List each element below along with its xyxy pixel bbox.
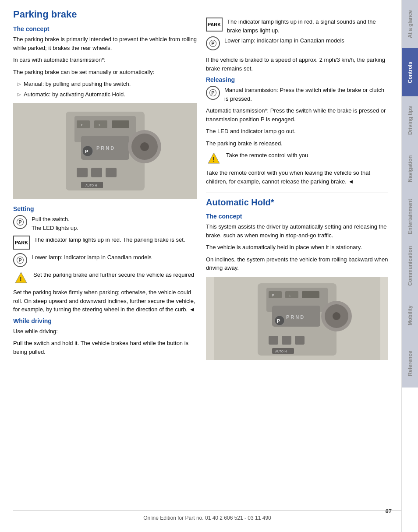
setting-row1: P Pull the switch. The LED lights up.	[13, 215, 197, 232]
auto-hold-car-image: P 1 P R N D AUTO H P	[206, 277, 388, 360]
svg-rect-14	[91, 168, 102, 177]
setting-text2: The LED lights up.	[32, 225, 78, 231]
warning-icon-releasing: !	[206, 151, 222, 165]
auto-hold-text2: The vehicle is automatically held in pla…	[206, 243, 388, 252]
right-park-icon: PARK	[206, 18, 223, 32]
svg-text:AUTO H: AUTO H	[275, 350, 287, 353]
setting-text3: The indicator lamp lights up in red. The…	[34, 236, 185, 244]
concept-text2: In cars with automatic transmission*:	[13, 56, 197, 64]
concept-heading: The concept	[13, 25, 197, 32]
svg-rect-13	[77, 168, 88, 177]
page-footer: Online Edition for Part no. 01 40 2 606 …	[13, 510, 401, 523]
bullet-manual: Manual: by pulling and pushing the switc…	[18, 80, 197, 88]
right-park-row: PARK The indicator lamp lights up in red…	[206, 18, 388, 35]
svg-text:P R N D: P R N D	[96, 145, 114, 151]
concept-text1: The parking brake is primarily intended …	[13, 35, 197, 52]
sidebar-tab-navigation[interactable]: Navigation	[402, 144, 418, 193]
svg-point-36	[333, 312, 340, 320]
setting-warning-row: ! Set the parking brake and further secu…	[13, 271, 197, 285]
releasing-text1: Manual transmission: Press the switch wh…	[224, 86, 388, 103]
releasing-text3: The LED and indicator lamp go out.	[206, 127, 388, 136]
while-driving-text1: Use while driving:	[13, 327, 197, 336]
svg-text:P: P	[277, 318, 280, 324]
right-lower-lamp-row: P Lower lamp: indicator lamp in Canadian…	[206, 36, 388, 50]
releasing-circle-p-icon: P	[206, 86, 220, 100]
setting-texts: Pull the switch. The LED lights up.	[32, 215, 78, 232]
svg-text:P R N D: P R N D	[286, 314, 304, 320]
releasing-heading: Releasing	[206, 76, 388, 83]
right-indicator-text1: The indicator lamp lights up in red, a s…	[227, 18, 388, 35]
svg-rect-27	[269, 291, 282, 298]
setting-park-row: PARK The indicator lamp lights up in red…	[13, 236, 197, 250]
svg-rect-28	[285, 291, 298, 298]
setting-long-text: Set the parking brake firmly when parkin…	[13, 288, 197, 314]
svg-rect-5	[112, 120, 129, 128]
bullet-automatic: Automatic: by activating Automatic Hold.	[18, 90, 197, 99]
svg-text:!: !	[20, 275, 22, 282]
section-divider	[206, 193, 388, 193]
svg-rect-39	[295, 336, 305, 345]
svg-rect-38	[282, 336, 291, 345]
setting-heading: Setting	[13, 205, 197, 212]
sidebar-tab-controls[interactable]: Controls	[402, 48, 418, 96]
setting-warning-text: Set the parking brake and further secure…	[33, 271, 194, 279]
setting-text1: Pull the switch.	[32, 216, 70, 222]
park-icon: PARK	[13, 236, 30, 250]
releasing-warning2: Take the remote control with you when le…	[206, 169, 388, 186]
sidebar-tab-communication[interactable]: Communication	[402, 241, 418, 291]
svg-rect-15	[106, 168, 117, 177]
releasing-manual-row: P Manual transmission: Press the switch …	[206, 86, 388, 103]
right-circle-p-icon: P	[206, 36, 220, 50]
sidebar-tab-reference[interactable]: Reference	[402, 339, 418, 388]
sidebar: At a glance Controls Driving tips Naviga…	[401, 0, 418, 532]
svg-rect-37	[269, 336, 278, 345]
svg-text:AUTO H: AUTO H	[85, 184, 97, 187]
releasing-warning-row: ! Take the remote control with you	[206, 151, 388, 165]
releasing-text4: The parking brake is released.	[206, 139, 388, 148]
svg-text:P: P	[85, 149, 88, 154]
concept-bullet-list: Manual: by pulling and pushing the switc…	[18, 80, 197, 99]
auto-hold-text3: On inclines, the system prevents the veh…	[206, 255, 388, 272]
car-interior-image: P 1 P R N D AUTO H	[13, 103, 197, 199]
circle-p-icon-lower: P	[13, 253, 27, 267]
concept-text3: The parking brake can be set manually or…	[13, 68, 197, 77]
auto-hold-title: Automatic Hold*	[206, 197, 388, 208]
while-driving-heading: While driving	[13, 317, 197, 324]
sidebar-tab-at-a-glance[interactable]: At a glance	[402, 0, 418, 48]
right-speed-text: If the vehicle is braked to a speed of a…	[206, 56, 388, 73]
setting-text4: Lower lamp: indicator lamp in Canadian m…	[32, 253, 152, 262]
releasing-text2: Automatic transmission*: Press the switc…	[206, 106, 388, 123]
page-title: Parking brake	[13, 9, 197, 20]
right-indicator-text2: Lower lamp: indicator lamp in Canadian m…	[224, 36, 344, 45]
auto-hold-text1: This system assists the driver by automa…	[206, 222, 388, 240]
svg-rect-29	[302, 291, 319, 298]
sidebar-tab-mobility[interactable]: Mobility	[402, 291, 418, 339]
releasing-warning-text: Take the remote control with you	[226, 151, 308, 160]
svg-text:!: !	[213, 156, 215, 163]
svg-point-12	[140, 142, 149, 151]
auto-hold-concept-heading: The concept	[206, 213, 388, 220]
svg-rect-4	[94, 120, 107, 128]
svg-text:P: P	[81, 123, 83, 127]
setting-lower-lamp-row: P Lower lamp: indicator lamp in Canadian…	[13, 253, 197, 267]
warning-icon-setting: !	[13, 271, 29, 285]
svg-text:P: P	[272, 293, 274, 297]
sidebar-tab-entertainment[interactable]: Entertainment	[402, 193, 418, 241]
circle-p-icon-setting: P	[13, 215, 27, 229]
sidebar-tab-driving-tips[interactable]: Driving tips	[402, 96, 418, 144]
while-driving-text2: Pull the switch and hold it. The vehicle…	[13, 339, 197, 356]
